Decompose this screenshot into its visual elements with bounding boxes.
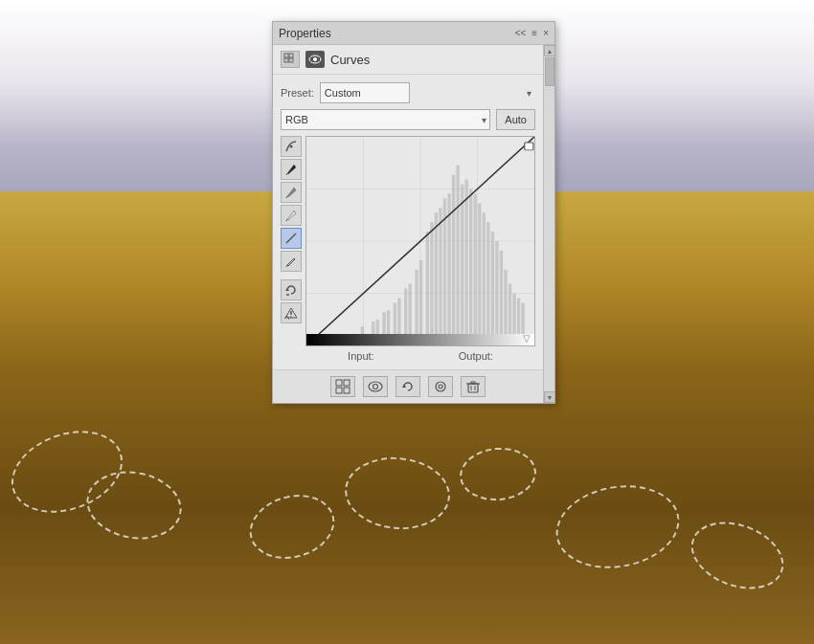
scroll-up-button[interactable]: ▲ bbox=[544, 45, 555, 56]
preset-label: Preset: bbox=[281, 87, 314, 99]
channel-row: RGB Red Green Blue Auto bbox=[281, 109, 535, 130]
svg-line-9 bbox=[286, 219, 287, 221]
svg-rect-35 bbox=[495, 241, 498, 345]
svg-point-67 bbox=[436, 382, 445, 391]
svg-rect-71 bbox=[471, 382, 475, 384]
svg-rect-69 bbox=[468, 384, 478, 392]
panel-titlebar: Properties << ≡ × bbox=[273, 22, 554, 45]
svg-marker-11 bbox=[285, 288, 289, 291]
eyedropper-black-tool[interactable] bbox=[281, 159, 302, 180]
svg-point-5 bbox=[313, 57, 317, 61]
svg-rect-46 bbox=[430, 222, 433, 345]
svg-point-65 bbox=[373, 385, 378, 389]
svg-rect-63 bbox=[344, 388, 350, 393]
pencil-tool[interactable] bbox=[281, 251, 302, 272]
panel-title: Properties bbox=[279, 27, 331, 40]
svg-rect-43 bbox=[439, 208, 441, 345]
svg-rect-32 bbox=[483, 212, 486, 345]
output-label: Output: bbox=[459, 350, 493, 362]
panel-content: Preset: Custom Default Strong Contrast M… bbox=[273, 75, 543, 369]
svg-rect-34 bbox=[491, 232, 494, 345]
svg-rect-3 bbox=[289, 58, 293, 62]
eyedropper-white-tool[interactable] bbox=[281, 205, 302, 226]
channel-select[interactable]: RGB Red Green Blue bbox=[281, 109, 490, 130]
io-row: Input: Output: bbox=[305, 350, 535, 362]
svg-rect-61 bbox=[344, 380, 350, 386]
curves-title: Curves bbox=[330, 53, 370, 67]
panel-menu-button[interactable]: ≡ bbox=[531, 29, 537, 38]
visibility-button[interactable] bbox=[363, 376, 388, 397]
preset-row: Preset: Custom Default Strong Contrast M… bbox=[281, 82, 535, 103]
panel-footer bbox=[273, 369, 543, 403]
svg-rect-25 bbox=[452, 175, 455, 345]
input-label: Input: bbox=[348, 350, 374, 362]
svg-rect-42 bbox=[435, 212, 438, 345]
svg-point-15 bbox=[290, 316, 292, 318]
panel-title-controls: << ≡ × bbox=[515, 29, 549, 38]
svg-rect-28 bbox=[464, 180, 467, 345]
svg-rect-26 bbox=[456, 166, 459, 345]
curves-area: ▽ bbox=[281, 136, 535, 346]
svg-line-7 bbox=[286, 173, 287, 175]
svg-line-8 bbox=[286, 196, 287, 198]
properties-panel: Properties << ≡ × Curves ▲ ▼ bbox=[272, 21, 555, 404]
panel-scrollbar[interactable]: ▲ ▼ bbox=[543, 45, 554, 403]
svg-rect-62 bbox=[336, 388, 342, 393]
curves-graph[interactable]: ▽ bbox=[305, 136, 535, 346]
view-button[interactable] bbox=[428, 376, 453, 397]
scroll-down-button[interactable]: ▼ bbox=[544, 391, 555, 403]
delete-button[interactable] bbox=[461, 376, 486, 397]
eyedropper-gray-tool[interactable] bbox=[281, 182, 302, 203]
panel-header: Curves bbox=[273, 45, 554, 75]
svg-rect-48 bbox=[419, 260, 422, 345]
adjustment-grid-icon[interactable] bbox=[281, 51, 300, 68]
svg-rect-1 bbox=[289, 54, 293, 57]
panel-collapse-button[interactable]: << bbox=[515, 29, 527, 38]
preset-select-wrapper: Custom Default Strong Contrast Medium Co… bbox=[320, 82, 535, 103]
svg-rect-60 bbox=[336, 380, 342, 386]
warning-tool[interactable] bbox=[281, 302, 302, 323]
svg-rect-33 bbox=[486, 222, 489, 345]
svg-rect-29 bbox=[469, 189, 472, 346]
panel-close-button[interactable]: × bbox=[543, 29, 549, 38]
reset-adjustment-button[interactable] bbox=[396, 376, 420, 397]
svg-rect-0 bbox=[284, 54, 288, 57]
svg-point-68 bbox=[439, 385, 442, 389]
svg-rect-30 bbox=[474, 193, 477, 345]
auto-button[interactable]: Auto bbox=[496, 109, 535, 130]
svg-rect-36 bbox=[500, 251, 503, 345]
curve-draw-tool[interactable] bbox=[281, 228, 302, 249]
svg-rect-31 bbox=[478, 203, 481, 345]
reset-tool[interactable] bbox=[281, 279, 302, 300]
preset-select[interactable]: Custom Default Strong Contrast Medium Co… bbox=[320, 82, 410, 103]
add-adjustment-button[interactable] bbox=[330, 376, 355, 397]
curves-svg bbox=[306, 137, 534, 345]
svg-rect-58 bbox=[525, 143, 533, 150]
scroll-thumb[interactable] bbox=[545, 57, 554, 86]
svg-rect-45 bbox=[426, 232, 429, 345]
svg-point-6 bbox=[290, 145, 293, 148]
svg-point-64 bbox=[369, 382, 382, 391]
channel-select-wrapper: RGB Red Green Blue bbox=[281, 109, 490, 130]
eye-icon-header bbox=[305, 51, 325, 68]
tools-bar bbox=[281, 136, 302, 346]
svg-rect-2 bbox=[284, 58, 288, 62]
curves-adjust-tool[interactable] bbox=[281, 136, 302, 157]
svg-line-10 bbox=[286, 265, 287, 267]
tool-separator bbox=[281, 274, 302, 278]
svg-rect-27 bbox=[461, 185, 464, 345]
